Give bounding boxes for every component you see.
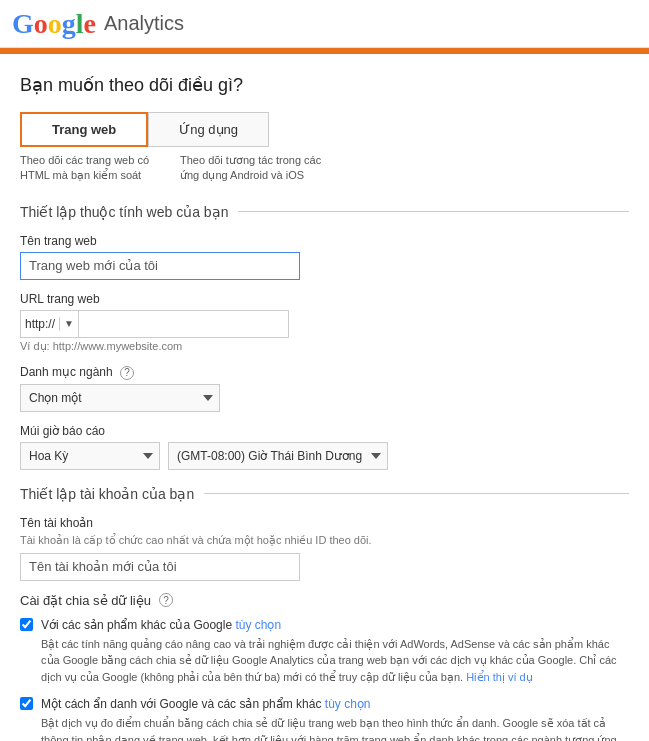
account-subtitle: Tài khoản là cấp tổ chức cao nhất và chứ… <box>20 534 629 547</box>
timezone-group: Múi giờ báo cáo Hoa Kỳ (GMT-08:00) Giờ T… <box>20 424 629 470</box>
website-name-label: Tên trang web <box>20 234 629 248</box>
checkbox-2-title: Một cách ẩn danh với Google và các sản p… <box>41 695 629 713</box>
timezone-selects: Hoa Kỳ (GMT-08:00) Giờ Thái Bình Dương <box>20 442 629 470</box>
analytics-text: Analytics <box>104 12 184 35</box>
category-help-icon[interactable]: ? <box>120 366 134 380</box>
checkbox-2[interactable] <box>20 697 33 710</box>
checkbox-1-optional[interactable]: tùy chọn <box>235 618 281 632</box>
country-select[interactable]: Hoa Kỳ <box>20 442 160 470</box>
url-input-group: http:// ▼ <box>20 310 629 338</box>
section1-title: Thiết lập thuộc tính web của bạn <box>20 204 238 220</box>
url-hint: Ví dụ: http://www.mywebsite.com <box>20 340 629 353</box>
section2-title: Thiết lập tài khoản của bạn <box>20 486 204 502</box>
main-content: Bạn muốn theo dõi điều gì? Trang web Ứng… <box>0 54 649 741</box>
url-input[interactable] <box>79 310 289 338</box>
tab-container: Trang web Ứng dụng <box>20 112 629 147</box>
timezone-label: Múi giờ báo cáo <box>20 424 629 438</box>
checkbox-1-content: Với các sản phẩm khác của Google tùy chọ… <box>41 616 629 686</box>
category-label: Danh mục ngành ? <box>20 365 629 380</box>
checkbox-2-optional[interactable]: tùy chọn <box>325 697 371 711</box>
timezone-select[interactable]: (GMT-08:00) Giờ Thái Bình Dương <box>168 442 388 470</box>
url-label: URL trang web <box>20 292 629 306</box>
google-logo: Google Analytics <box>12 8 184 40</box>
tab-website[interactable]: Trang web <box>20 112 148 147</box>
section2-header: Thiết lập tài khoản của bạn <box>20 486 629 502</box>
url-prefix-box[interactable]: http:// ▼ <box>20 310 79 338</box>
url-dropdown-arrow[interactable]: ▼ <box>60 318 78 329</box>
url-prefix-text: http:// <box>21 317 60 331</box>
checkbox-item-2: Một cách ẩn danh với Google và các sản p… <box>20 695 629 741</box>
checkbox-1-title: Với các sản phẩm khác của Google tùy chọ… <box>41 616 629 634</box>
data-sharing-group: Cài đặt chia sẻ dữ liệu ? Với các sản ph… <box>20 593 629 741</box>
account-name-group: Tên tài khoản Tài khoản là cấp tổ chức c… <box>20 516 629 581</box>
header: Google Analytics <box>0 0 649 48</box>
tab-app[interactable]: Ứng dụng <box>148 112 269 147</box>
checkbox-2-content: Một cách ẩn danh với Google và các sản p… <box>41 695 629 741</box>
account-name-input[interactable] <box>20 553 300 581</box>
checkbox-2-body: Bật dịch vụ đo điểm chuẩn bằng cách chia… <box>41 715 629 741</box>
url-group: URL trang web http:// ▼ Ví dụ: http://ww… <box>20 292 629 353</box>
checkbox-1[interactable] <box>20 618 33 631</box>
main-question: Bạn muốn theo dõi điều gì? <box>20 74 629 96</box>
section1-header: Thiết lập thuộc tính web của bạn <box>20 204 629 220</box>
data-sharing-help-icon[interactable]: ? <box>159 593 173 607</box>
checkbox-1-body: Bật các tính năng quảng cáo nâng cao và … <box>41 636 629 686</box>
website-name-group: Tên trang web <box>20 234 629 280</box>
account-name-label: Tên tài khoản <box>20 516 629 530</box>
website-name-input[interactable] <box>20 252 300 280</box>
section1-line <box>238 211 629 212</box>
tab-app-desc: Theo dõi tương tác trong các ứng dụng An… <box>180 153 340 184</box>
tab-website-desc: Theo dõi các trang web có HTML mà bạn ki… <box>20 153 180 184</box>
section2-line <box>204 493 629 494</box>
checkbox-1-link[interactable]: Hiển thị ví dụ <box>466 671 533 683</box>
data-sharing-title: Cài đặt chia sẻ dữ liệu ? <box>20 593 629 608</box>
category-group: Danh mục ngành ? Chọn một <box>20 365 629 412</box>
tab-descriptions: Theo dõi các trang web có HTML mà bạn ki… <box>20 153 629 184</box>
google-g-letter: Google <box>12 8 96 40</box>
checkbox-item-1: Với các sản phẩm khác của Google tùy chọ… <box>20 616 629 686</box>
category-select[interactable]: Chọn một <box>20 384 220 412</box>
